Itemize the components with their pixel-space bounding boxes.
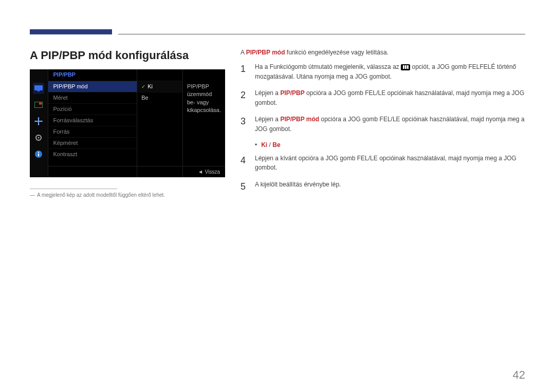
footnote: ―A megjelenő kép az adott modelltől függ… [30,192,225,198]
svg-rect-5 [35,121,42,122]
page-number: 42 [513,368,525,382]
section-title: A PIP/PBP mód konfigurálása [30,49,225,62]
osd-options: ✓Ki Be [137,69,183,177]
osd-menu: PIP/PBP PIP/PBP mód Méret Pozíció Forrás… [48,69,138,177]
info-icon [33,148,44,160]
option-bullet: •Ki / Be [255,141,525,148]
osd-menu-item: Méret [48,92,137,103]
step-body: Lépjen a kívánt opcióra a JOG gomb FEL/L… [255,154,525,173]
intro-highlight: PIP/PBP mód [246,49,285,56]
osd-menu-item: Képméret [48,137,137,148]
osd-option-selected: ✓Ki [137,81,182,92]
step-number: 1 [240,62,248,81]
step1-before: Ha a Funkciógomb útmutató megjelenik, vá… [255,63,401,70]
osd-footer: ◀ Vissza [48,166,225,177]
osd-menu-item: Forrásválasztás [48,115,137,126]
step-body: Lépjen a PIP/PBP opcióra a JOG gomb FEL/… [255,88,525,107]
svg-rect-1 [38,90,40,91]
step2-t1: Lépjen a [255,89,280,97]
osd-description: PIP/PBP üzemmód be- vagy kikapcsolása. [183,69,225,177]
svg-point-7 [38,137,40,139]
right-column: A PIP/PBP mód funkció engedélyezése vagy… [240,49,525,201]
step-number: 5 [240,180,248,194]
step-body: A kijelölt beállítás érvénybe lép. [255,180,525,194]
pip-layout-icon [33,99,44,110]
step-number: 4 [240,154,248,173]
osd-menu-item: Kontraszt [48,148,137,160]
osd-option: Be [137,92,182,103]
footnote-dash: ― [30,192,35,198]
footnote-text: A megjelenő kép az adott modelltől függő… [37,192,165,198]
bullet-hl1: Ki [261,141,267,148]
svg-rect-9 [38,154,39,156]
osd-menu-item: Forrás [48,126,137,137]
menu-layout-icon [401,64,410,70]
step3-t1: Lépjen a [255,116,280,123]
osd-back-label: Vissza [205,169,220,175]
osd-menu-item: PIP/PBP mód [48,81,137,92]
step-row: 2 Lépjen a PIP/PBP opcióra a JOG gomb FE… [240,88,525,107]
intro-line: A PIP/PBP mód funkció engedélyezése vagy… [240,49,525,56]
back-arrow-icon: ◀ [199,170,202,174]
svg-rect-0 [34,85,43,90]
osd-menu-item: Pozíció [48,103,137,115]
step-number: 3 [240,115,248,134]
footnote-rule [30,189,117,189]
gear-icon [33,132,44,143]
header-accent-bar [30,29,112,34]
osd-menu-header: PIP/PBP [48,69,137,81]
monitor-icon [33,83,44,94]
osd-options-spacer [137,69,182,81]
header-rule [118,34,525,34]
intro-prefix: A [240,49,246,56]
check-icon: ✓ [141,84,145,89]
intro-suffix: funkció engedélyezése vagy letiltása. [285,49,388,56]
step-row: 3 Lépjen a PIP/PBP mód opcióra a JOG gom… [240,115,525,134]
step-number: 2 [240,88,248,107]
move-icon [33,116,44,127]
step-row: 5 A kijelölt beállítás érvénybe lép. [240,180,525,194]
step-body: Ha a Funkciógomb útmutató megjelenik, vá… [255,62,525,81]
osd-option-label: Ki [147,83,153,89]
page-container: A PIP/PBP mód konfigurálása [30,49,525,201]
step-body: Lépjen a PIP/PBP mód opcióra a JOG gomb … [255,115,525,134]
osd-screenshot: PIP/PBP PIP/PBP mód Méret Pozíció Forrás… [30,69,225,177]
svg-rect-3 [39,103,42,105]
bullet-dot: • [255,141,257,148]
bullet-hl2: Be [272,141,280,148]
svg-rect-10 [38,152,39,153]
bullet-sep: / [267,141,272,148]
step3-hl: PIP/PBP mód [280,116,319,123]
step-row: 4 Lépjen a kívánt opcióra a JOG gomb FEL… [240,154,525,173]
step2-hl: PIP/PBP [280,89,304,97]
left-column: A PIP/PBP mód konfigurálása [30,49,225,201]
step-row: 1 Ha a Funkciógomb útmutató megjelenik, … [240,62,525,81]
osd-sidebar [30,69,48,177]
